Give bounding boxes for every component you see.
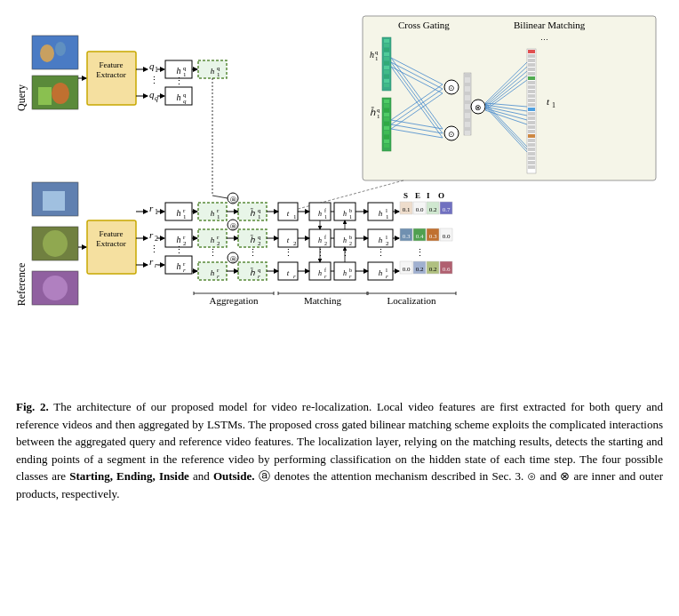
svg-text:r: r (183, 267, 186, 274)
svg-rect-94 (384, 100, 389, 103)
svg-text:0.2: 0.2 (416, 266, 424, 273)
svg-text:1: 1 (386, 213, 389, 220)
svg-point-5 (40, 44, 54, 62)
svg-text:⋮: ⋮ (248, 247, 258, 258)
svg-rect-134 (465, 127, 470, 131)
svg-text:h: h (211, 268, 215, 277)
svg-text:b: b (349, 268, 352, 273)
svg-text:0.1: 0.1 (403, 206, 411, 213)
svg-rect-82 (384, 52, 389, 56)
svg-text:Extractor: Extractor (96, 70, 125, 79)
svg-text:1: 1 (183, 71, 187, 78)
svg-text:f: f (324, 235, 326, 240)
svg-text:I: I (427, 191, 430, 200)
svg-text:⋮: ⋮ (376, 247, 386, 258)
svg-text:1: 1 (217, 213, 220, 220)
svg-rect-152 (528, 50, 535, 53)
caption-bold-starting: Starting, (69, 469, 116, 483)
svg-text:Feature: Feature (100, 229, 124, 238)
svg-text:E: E (415, 191, 420, 200)
svg-text:2: 2 (258, 240, 261, 247)
svg-text:h: h (343, 269, 347, 277)
svg-text:⊙: ⊙ (448, 84, 455, 92)
svg-rect-159 (528, 81, 535, 84)
svg-text:h: h (379, 209, 383, 218)
svg-text:0.0: 0.0 (443, 233, 451, 240)
svg-rect-95 (384, 104, 389, 108)
svg-text:0.7: 0.7 (443, 206, 451, 213)
svg-rect-125 (465, 87, 470, 91)
caption-and: and (189, 469, 213, 483)
svg-rect-88 (384, 79, 389, 83)
svg-point-6 (55, 42, 66, 56)
svg-rect-162 (528, 94, 535, 98)
svg-point-10 (52, 83, 69, 104)
svg-rect-165 (528, 108, 535, 111)
svg-text:ⓐ: ⓐ (230, 256, 236, 263)
svg-text:h̄: h̄ (370, 107, 376, 117)
svg-rect-175 (528, 152, 535, 156)
svg-rect-154 (528, 59, 535, 62)
svg-rect-99 (384, 122, 389, 125)
svg-point-38 (43, 230, 68, 257)
svg-text:1: 1 (375, 55, 379, 62)
svg-text:Bilinear Matching: Bilinear Matching (514, 20, 586, 30)
svg-rect-174 (528, 148, 535, 151)
svg-rect-97 (384, 113, 389, 116)
caption-bold-inside: Inside (159, 469, 189, 483)
svg-text:1: 1 (217, 71, 220, 78)
svg-rect-155 (528, 63, 535, 67)
svg-text:2: 2 (349, 241, 352, 246)
svg-rect-89 (384, 84, 389, 87)
svg-text:⊗: ⊗ (475, 103, 482, 112)
svg-rect-85 (384, 66, 389, 69)
svg-text:r: r (149, 203, 154, 213)
svg-text:h: h (318, 236, 322, 244)
svg-text:r: r (258, 273, 260, 280)
svg-text:b: b (349, 208, 352, 213)
svg-text:S: S (403, 191, 408, 200)
svg-rect-178 (528, 165, 535, 169)
svg-rect-9 (38, 87, 52, 105)
svg-text:0.0: 0.0 (416, 206, 424, 213)
svg-text:2: 2 (386, 240, 389, 247)
svg-rect-124 (465, 83, 470, 86)
svg-text:r: r (149, 256, 154, 267)
svg-rect-83 (384, 57, 389, 60)
svg-text:ⓐ: ⓐ (230, 196, 236, 204)
svg-rect-168 (528, 121, 535, 124)
svg-rect-98 (384, 117, 389, 121)
svg-text:0.6: 0.6 (443, 266, 451, 273)
svg-text:f: f (324, 268, 326, 273)
svg-text:h: h (343, 210, 347, 218)
svg-text:Feature: Feature (100, 60, 124, 69)
svg-text:0.3: 0.3 (403, 233, 411, 240)
svg-text:h̃: h̃ (250, 208, 255, 218)
svg-text:⋮: ⋮ (174, 76, 184, 86)
svg-rect-161 (528, 90, 535, 93)
svg-text:1: 1 (324, 214, 327, 220)
svg-rect-132 (465, 118, 470, 122)
svg-text:2: 2 (293, 240, 297, 247)
svg-rect-87 (384, 75, 389, 78)
svg-text:Matching: Matching (304, 295, 342, 306)
svg-rect-101 (384, 131, 389, 134)
svg-text:h: h (379, 268, 383, 277)
svg-text:2: 2 (183, 240, 187, 247)
svg-text:h: h (379, 236, 383, 244)
svg-rect-176 (528, 156, 535, 160)
svg-rect-177 (528, 161, 535, 164)
svg-text:h: h (370, 50, 374, 60)
svg-rect-160 (528, 85, 535, 89)
svg-text:⋮: ⋮ (284, 247, 293, 258)
svg-text:h: h (318, 210, 322, 218)
svg-text:r: r (149, 229, 154, 240)
svg-text:O: O (438, 191, 444, 200)
svg-rect-80 (384, 44, 389, 47)
svg-text:q: q (155, 94, 158, 102)
svg-rect-166 (528, 112, 535, 116)
svg-rect-153 (528, 54, 535, 58)
svg-rect-86 (384, 70, 389, 74)
svg-rect-156 (528, 68, 535, 71)
svg-text:1: 1 (377, 113, 380, 120)
